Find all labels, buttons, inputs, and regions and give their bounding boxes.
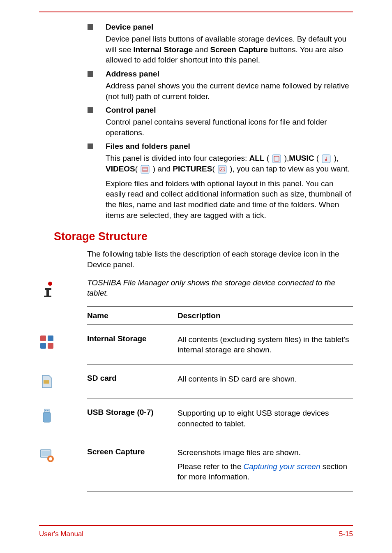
footer-row: User's Manual 5-15 [39,530,353,538]
table-row: Screen Capture Screenshots image files a… [87,442,353,487]
svg-point-23 [49,457,52,460]
bold-text: Internal Storage [134,45,193,54]
svg-rect-12 [48,336,53,341]
table-row: Internal Storage All contents (excluding… [87,329,353,360]
svg-rect-14 [48,343,53,349]
pictures-category-icon [218,165,227,174]
bullet-title: Files and folders panel [106,142,190,151]
table-rule [87,324,353,325]
bullet-body: Control panel contains several functiona… [106,117,353,138]
bold-music: MUSIC [289,154,314,162]
row-desc: Supporting up to eight USB storage devic… [178,408,353,429]
row-desc: Screenshots image files are shown. Pleas… [178,447,353,482]
bullet-square-icon [88,107,93,113]
storage-table: Name Description Internal Storage All co… [87,306,353,492]
row-name: SD card [87,374,178,383]
screen-capture-icon [39,447,55,463]
footer-right: 5-15 [339,530,353,538]
desc-para2: Please refer to the Capturing your scree… [178,461,353,482]
text: and [155,164,173,173]
sd-card-icon [39,374,55,389]
svg-rect-2 [322,155,330,163]
note-text: TOSHIBA File Manager only shows the stor… [87,278,353,298]
bold-pictures: PICTURES [173,164,212,173]
table-header-desc: Description [178,311,353,320]
bullet-body: Device panel lists buttons of available … [106,34,353,65]
info-icon [39,281,57,299]
internal-storage-icon [39,334,55,350]
table-rule [87,306,353,307]
svg-rect-11 [40,336,46,341]
page-footer: User's Manual 5-15 [39,525,353,538]
table-rule [87,398,353,399]
table-rule [87,364,353,365]
table-header-row: Name Description [87,311,353,324]
bold-text: Screen Capture [210,45,268,54]
bullet-title: Address panel [106,69,159,79]
section-heading-storage-structure: Storage Structure [54,230,353,243]
row-icon-cell [39,447,87,463]
row-desc: All contents in SD card are shown. [178,374,353,384]
row-desc: All contents (excluding system files) in… [178,334,353,355]
intro-paragraph: The following table lists the descriptio… [87,249,353,270]
svg-point-10 [48,282,52,286]
text: , you can tap to view as you want. [233,164,350,173]
bullet-heading: Address panel [88,69,353,79]
svg-rect-21 [42,451,50,456]
table-rule [87,438,353,438]
bullet-body-para2: Explore files and folders with optional … [106,178,353,221]
bullet-section-address-panel: Address panel Address panel shows you th… [39,69,353,102]
bullet-heading: Files and folders panel [88,142,353,151]
table-row: SD card All contents in SD card are show… [87,369,353,394]
row-name: Screen Capture [87,447,178,456]
svg-rect-7 [218,165,226,174]
bullet-square-icon [88,71,93,77]
desc-para1: Screenshots image files are shown. [178,447,353,458]
svg-rect-17 [43,412,51,422]
svg-rect-15 [44,380,49,384]
row-icon-cell [39,408,87,423]
bullet-section-files-folders-panel: Files and folders panel This panel is di… [39,142,353,220]
bullet-heading: Control panel [88,106,353,115]
bold-videos: VIDEOS [106,164,135,173]
bold-all: ALL [249,154,265,162]
row-name: Internal Storage [87,334,178,343]
bullet-section-control-panel: Control panel Control panel contains sev… [39,106,353,138]
bullet-title: Control panel [106,106,156,115]
info-icon-wrap [39,278,87,299]
svg-rect-18 [45,410,46,411]
text: This panel is divided into four categori… [106,154,249,162]
bullet-body: This panel is divided into four categori… [106,153,353,174]
row-icon-cell [39,334,87,350]
footer-left: User's Manual [39,530,83,538]
table-row: USB Storage (0-7) Supporting up to eight… [87,403,353,434]
svg-rect-13 [40,343,46,349]
all-category-icon [272,154,281,163]
row-icon-cell [39,374,87,389]
table-rule [87,491,353,492]
videos-category-icon [141,165,150,174]
footer-rule [39,525,353,526]
bullet-section-device-panel: Device panel Device panel lists buttons … [39,23,353,65]
svg-rect-0 [272,155,281,163]
usb-storage-icon [39,408,55,423]
bullet-square-icon [88,143,93,149]
bullet-square-icon [88,24,93,30]
row-name: USB Storage (0-7) [87,408,178,417]
page-content: Device panel Device panel lists buttons … [39,23,353,496]
svg-rect-19 [47,410,48,411]
table-header-name: Name [87,311,178,320]
top-horizontal-rule [39,12,353,12]
svg-rect-16 [44,409,49,412]
link-capturing-your-screen[interactable]: Capturing your screen [244,462,321,471]
bullet-heading: Device panel [88,23,353,32]
music-category-icon [322,154,331,163]
note-row: TOSHIBA File Manager only shows the stor… [39,278,353,299]
text: Please refer to the [178,462,244,471]
bullet-title: Device panel [106,23,153,32]
bullet-body: Address panel shows you the current devi… [106,81,353,102]
svg-rect-3 [141,165,149,174]
